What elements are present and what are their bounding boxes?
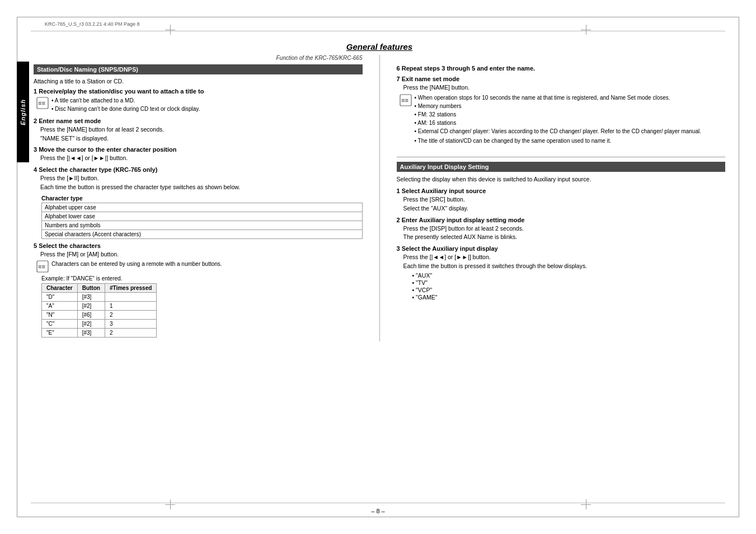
step-4: 4 Select the character type (KRC-765 onl…: [34, 166, 363, 191]
step-3-title: 3 Move the cursor to the enter character…: [34, 146, 363, 153]
aux-step-1: 1 Select Auxiliary input source Press th…: [397, 188, 726, 212]
step-7-note: ≡≡ When operation stops for 10 seconds t…: [397, 94, 726, 146]
note-icon-2: ≡≡: [36, 260, 49, 273]
crosshair-bottom-left: [165, 499, 175, 509]
left-column: Function of the KRC-765/KRC-665 Station/…: [34, 55, 363, 341]
step-6-num: 6: [397, 65, 402, 72]
step-7: 7 Exit name set mode Press the [NAME] bu…: [397, 76, 726, 146]
crosshair-bottom-right: [581, 499, 591, 509]
step-2-body: Press the [NAME] button for at least 2 s…: [34, 125, 363, 142]
dance-intro: Example: If "DANCE" is entered.: [41, 275, 363, 282]
two-col-layout: Function of the KRC-765/KRC-665 Station/…: [34, 55, 725, 341]
note-icon-1: ≡≡: [36, 97, 49, 109]
step-3: 3 Move the cursor to the enter character…: [34, 146, 363, 162]
char-type-title: Character type: [34, 195, 363, 202]
char-type-table: Alphabet upper case Alphabet lower case …: [41, 203, 363, 239]
step-5-title: 5 Select the characters: [34, 242, 363, 249]
section2-intro: Selecting the display when this device i…: [397, 175, 726, 184]
aux-step-2: 2 Enter Auxiliary input display setting …: [397, 217, 726, 241]
step-7-title: 7 Exit name set mode: [397, 76, 726, 82]
aux-step-3-body: Press the [|◄◄] or [►►|] button. Each ti…: [397, 253, 726, 270]
section1-intro: Attaching a title to a Station or CD.: [34, 78, 363, 85]
step-2-title: 2 Enter name set mode: [34, 118, 363, 124]
table-row: "A" [#2] 1: [42, 302, 157, 311]
aux-step-2-body: Press the [DISP] button for at least 2 s…: [397, 224, 726, 241]
table-row: Alphabet upper case: [42, 203, 363, 212]
step-4-title: 4 Select the character type (KRC-765 onl…: [34, 166, 363, 173]
section2-header: Auxiliary Input Display Setting: [397, 162, 726, 172]
page-title: General features: [34, 42, 725, 51]
step-6: 6 Repeat steps 3 through 5 and enter the…: [397, 65, 726, 72]
step-5-note-text: Characters can be entered by using a rem…: [51, 260, 222, 273]
step-4-body: Press the [►II] button. Each time the bu…: [34, 174, 363, 191]
aux-step-3: 3 Select the Auxiliary input display Pre…: [397, 245, 726, 300]
step-2-num: 2: [34, 118, 39, 124]
section1-header: Station/Disc Naming (SNPS/DNPS): [34, 64, 363, 74]
step-7-num: 7: [397, 76, 402, 82]
step-1-note-text: A title can't be attached to a MD. Disc …: [51, 97, 200, 114]
aux-step-1-title: 1 Select Auxiliary input source: [397, 188, 726, 194]
step-3-body: Press the [|◄◄] or [►►|] button.: [34, 154, 363, 162]
svg-text:≡≡: ≡≡: [38, 100, 45, 106]
top-header-line: [31, 31, 725, 31]
table-row: "E" [#3] 2: [42, 329, 157, 338]
page: KRC-765_U.S_r3 03.2.21 4:40 PM Page 8 En…: [0, 0, 756, 534]
step-5-note: ≡≡ Characters can be entered by using a …: [34, 260, 363, 273]
table-row: "D" [#3]: [42, 293, 157, 302]
side-tab-english: English: [17, 62, 29, 162]
table-row: "C" [#2] 3: [42, 320, 157, 329]
aux-step-3-num: 3: [397, 245, 402, 252]
svg-text:≡≡: ≡≡: [401, 97, 408, 104]
aux-display-list: "AUX" "TV" "VCP" "GAME": [397, 272, 726, 301]
aux-step-3-title: 3 Select the Auxiliary input display: [397, 245, 726, 252]
step-1-note: ≡≡ A title can't be attached to a MD. Di…: [34, 97, 363, 114]
step-5-body: Press the [FM] or [AM] button.: [34, 250, 363, 259]
column-divider: [379, 55, 380, 341]
table-row: "N" [#6] 2: [42, 311, 157, 320]
step-1-title: 1 Receive/play the station/disc you want…: [34, 88, 363, 95]
aux-step-2-title: 2 Enter Auxiliary input display setting …: [397, 217, 726, 223]
side-tab-label: English: [20, 99, 26, 125]
table-row: Special characters (Accent characters): [42, 230, 363, 239]
step-7-body: Press the [NAME] button.: [397, 83, 726, 92]
step-1: 1 Receive/play the station/disc you want…: [34, 88, 363, 114]
subtitle: Function of the KRC-765/KRC-665: [34, 55, 363, 61]
aux-step-1-body: Press the [SRC] button. Select the "AUX"…: [397, 195, 726, 212]
char-type-section: Character type Alphabet upper case Alpha…: [34, 195, 363, 239]
step-7-note-text: When operation stops for 10 seconds the …: [415, 94, 701, 146]
note-icon-3: ≡≡: [400, 94, 412, 106]
header-meta: KRC-765_U.S_r3 03.2.21 4:40 PM Page 8: [45, 21, 140, 27]
svg-text:≡≡: ≡≡: [38, 263, 45, 270]
step-6-title: 6 Repeat steps 3 through 5 and enter the…: [397, 65, 726, 72]
dance-section: Example: If "DANCE" is entered. Characte…: [34, 275, 363, 338]
step-4-num: 4: [34, 166, 39, 173]
dance-table: Character Button #Times pressed "D" [#3]: [41, 283, 157, 338]
right-col-spacer: [397, 55, 726, 65]
page-number: – 8 –: [371, 508, 384, 514]
step-3-num: 3: [34, 146, 39, 153]
table-header-row: Character Button #Times pressed: [42, 284, 157, 293]
main-content: General features Function of the KRC-765…: [34, 42, 725, 498]
crosshair-top-right: [581, 25, 591, 35]
crosshair-top-left: [165, 25, 175, 35]
step-1-num: 1: [34, 88, 39, 95]
table-row: Numbers and symbols: [42, 221, 363, 230]
right-column: 6 Repeat steps 3 through 5 and enter the…: [397, 55, 726, 341]
step-5-num: 5: [34, 242, 39, 249]
step-2: 2 Enter name set mode Press the [NAME] b…: [34, 118, 363, 142]
aux-step-2-num: 2: [397, 217, 402, 223]
step-5: 5 Select the characters Press the [FM] o…: [34, 242, 363, 338]
aux-step-1-num: 1: [397, 188, 402, 194]
bottom-footer-line: [31, 503, 725, 503]
table-row: Alphabet lower case: [42, 212, 363, 221]
right-col-divider: [397, 157, 726, 157]
